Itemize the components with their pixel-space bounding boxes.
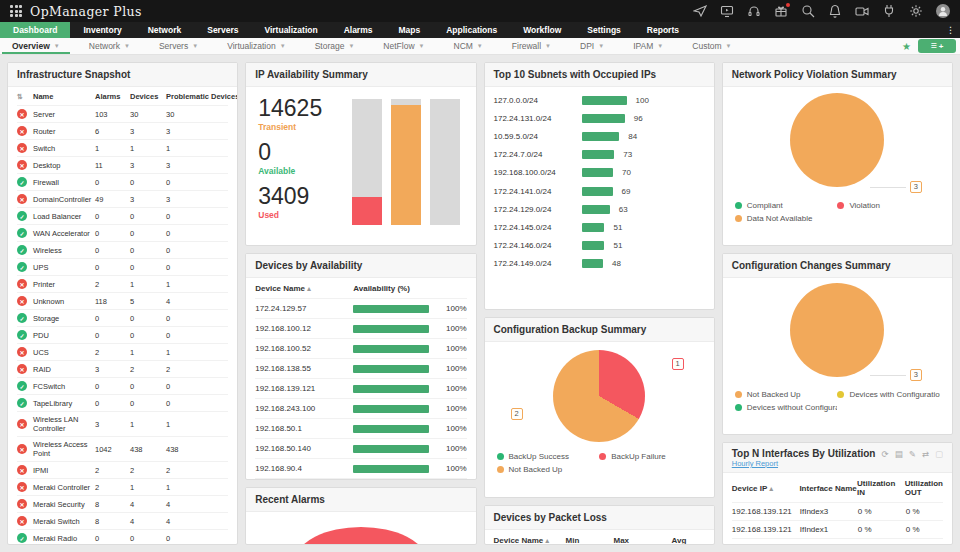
subnav-item[interactable]: IPAM▼ [623, 38, 673, 54]
legend-item[interactable]: BackUp Success [497, 452, 600, 461]
col-device-name[interactable]: Device Name ▴ [255, 284, 353, 293]
device-category[interactable]: Unknown [33, 297, 95, 306]
main-nav-item[interactable]: Settings [574, 22, 634, 38]
col-device-name[interactable]: Device Name ▴ [494, 536, 566, 545]
device-name[interactable]: 192.168.138.55 [255, 364, 353, 373]
device-category[interactable]: PDU [33, 331, 95, 340]
device-category[interactable]: Wireless Access Point [33, 440, 95, 458]
device-name[interactable]: 192.168.50.1 [255, 424, 353, 433]
col-availability[interactable]: Availability (%) [353, 284, 410, 293]
edit-icon[interactable]: ✎ [909, 449, 916, 459]
legend-item[interactable]: Devices with Configuration Chan... [837, 390, 940, 399]
device-category[interactable]: TapeLibrary [33, 399, 95, 408]
col-problematic[interactable]: Problematic Devices [166, 92, 238, 101]
subnet-row[interactable]: 172.24.141.0/24 69 [494, 182, 705, 200]
device-category[interactable]: Desktop [33, 161, 95, 170]
legend-item[interactable]: Violation [837, 201, 940, 210]
table-row[interactable]: 192.168.50.140 100% [255, 438, 466, 458]
col-util-out[interactable]: Utilization OUT [905, 479, 943, 497]
backup-pie-chart[interactable] [553, 350, 645, 442]
legend-item[interactable]: Not Backed Up [735, 390, 838, 399]
main-nav-item[interactable]: Network [135, 22, 195, 38]
main-nav-item[interactable]: Reports [634, 22, 692, 38]
table-row[interactable]: ✓ Load Balancer 0 0 0 [17, 207, 228, 224]
legend-item[interactable]: Data Not Available [735, 214, 838, 223]
support-headset-icon[interactable] [747, 4, 761, 18]
subnet-row[interactable]: 172.24.149.0/24 48 [494, 255, 705, 273]
changes-pie-chart[interactable] [790, 283, 884, 377]
refresh-icon[interactable]: ⟳ [882, 449, 889, 459]
col-interface[interactable]: Interface Name [799, 484, 857, 493]
subnav-item[interactable]: Virtualization▼ [217, 38, 295, 54]
favorite-star-icon[interactable]: ★ [902, 41, 911, 52]
subnav-item[interactable]: DPI▼ [570, 38, 614, 54]
notifications-bell-icon[interactable] [828, 4, 842, 18]
table-row[interactable]: ✕ Wireless LAN Controller 3 1 1 [17, 411, 228, 436]
table-row[interactable]: ✓ Storage 0 0 0 [17, 309, 228, 326]
search-icon[interactable] [801, 4, 815, 18]
table-row[interactable]: ✓ Wireless 0 0 0 [17, 241, 228, 258]
device-category[interactable]: Router [33, 127, 95, 136]
table-row[interactable]: ✕ Meraki Switch 8 4 4 [17, 512, 228, 529]
col-name[interactable]: Name [33, 92, 95, 101]
col-min[interactable]: Min [566, 536, 614, 545]
video-camera-icon[interactable] [855, 4, 869, 18]
policy-pie-chart[interactable] [790, 93, 884, 187]
sort-icon[interactable]: ⇅ [17, 93, 33, 101]
demo-screen-icon[interactable] [720, 4, 734, 18]
table-row[interactable]: 192.168.100.52 100% [255, 338, 466, 358]
legend-item[interactable]: Not Backed Up [497, 465, 600, 474]
settings-gear-icon[interactable] [909, 4, 923, 18]
device-category[interactable]: Wireless LAN Controller [33, 415, 95, 433]
main-nav-item[interactable]: Virtualization [251, 22, 330, 38]
table-row[interactable]: ✕ Wireless Access Point 1042 438 438 [17, 436, 228, 461]
subnav-item[interactable]: Network▼ [79, 38, 140, 54]
account-avatar[interactable] [936, 4, 950, 18]
table-row[interactable]: ✕ DomainController 49 3 3 [17, 190, 228, 207]
device-category[interactable]: Wireless [33, 246, 95, 255]
col-avg[interactable]: Avg [672, 536, 705, 545]
device-category[interactable]: IPMI [33, 466, 95, 475]
device-category[interactable]: Meraki Controller [33, 483, 95, 492]
plugin-icon[interactable] [882, 4, 896, 18]
delete-icon[interactable]: ▢ [935, 449, 943, 459]
device-category[interactable]: Storage [33, 314, 95, 323]
device-name[interactable]: 192.168.243.100 [255, 404, 353, 413]
table-row[interactable]: 192.168.138.55 100% [255, 358, 466, 378]
subnet-row[interactable]: 172.24.145.0/24 51 [494, 218, 705, 236]
main-nav-item[interactable]: Servers [194, 22, 251, 38]
add-widget-button[interactable]: ☰+ [918, 39, 956, 53]
apps-grid-icon[interactable] [10, 5, 22, 17]
subnet-row[interactable]: 10.59.5.0/24 84 [494, 127, 705, 145]
table-row[interactable]: 192.168.139.121 IfIndex3 0 % 0 % [732, 502, 943, 520]
main-nav-item[interactable]: Applications [433, 22, 510, 38]
subnav-item[interactable]: Custom▼ [682, 38, 741, 54]
subnet-row[interactable]: 192.168.100.0/24 70 [494, 164, 705, 182]
device-name[interactable]: 192.168.139.121 [255, 384, 353, 393]
device-name[interactable]: 192.168.100.12 [255, 324, 353, 333]
device-category[interactable]: Switch [33, 144, 95, 153]
col-device-ip[interactable]: Device IP ▴ [732, 484, 800, 493]
main-nav-item[interactable]: Workflow [510, 22, 574, 38]
alarms-donut-chart[interactable] [296, 527, 426, 545]
main-nav-item[interactable]: Maps [385, 22, 433, 38]
subnet-row[interactable]: 172.24.131.0/24 96 [494, 109, 705, 127]
device-category[interactable]: UPS [33, 263, 95, 272]
device-category[interactable]: DomainController [33, 195, 95, 204]
legend-item[interactable]: Compliant [735, 201, 838, 210]
table-row[interactable]: ✓ PDU 0 0 0 [17, 326, 228, 343]
device-category[interactable]: Load Balancer [33, 212, 95, 221]
device-category[interactable]: Printer [33, 280, 95, 289]
device-category[interactable]: Firewall [33, 178, 95, 187]
main-nav-item[interactable]: Dashboard [0, 22, 70, 38]
table-row[interactable]: ✕ Printer 2 1 1 [17, 275, 228, 292]
table-row[interactable]: 192.168.100.12 100% [255, 318, 466, 338]
report-icon[interactable]: ▤ [895, 449, 903, 459]
subnav-item[interactable]: Storage▼ [305, 38, 365, 54]
subnet-row[interactable]: 172.24.146.0/24 51 [494, 237, 705, 255]
table-row[interactable]: ✕ Server 103 30 30 [17, 105, 228, 122]
device-category[interactable]: FCSwitch [33, 382, 95, 391]
table-row[interactable]: Est-dns-slave2 100% [255, 478, 466, 480]
table-row[interactable]: ✕ RAID 3 2 2 [17, 360, 228, 377]
main-nav-item[interactable]: Inventory [70, 22, 134, 38]
